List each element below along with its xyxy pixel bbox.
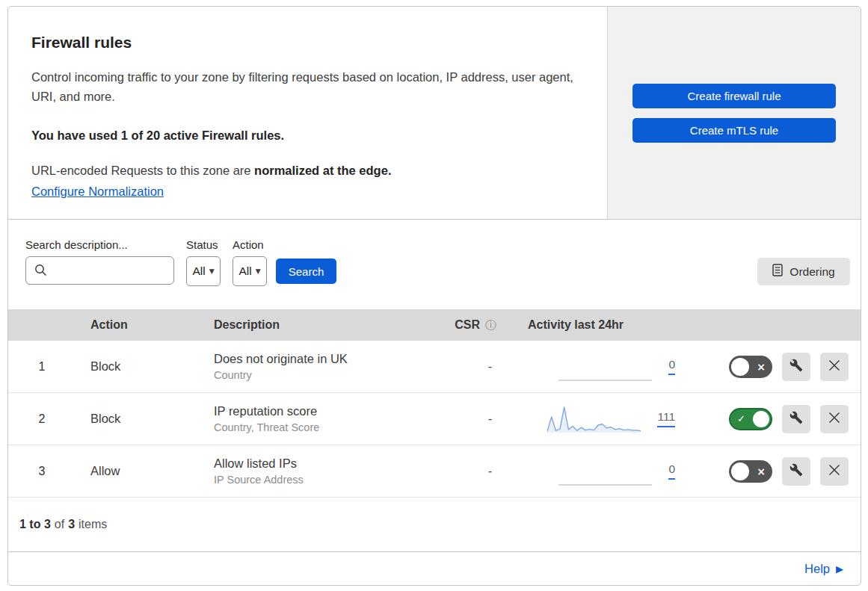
ordering-button-label: Ordering xyxy=(789,265,834,279)
close-icon xyxy=(828,412,840,426)
table-row: 1 Block Does not originate in UK Country… xyxy=(8,341,861,393)
rule-description-cell: Allow listed IPs IP Source Address xyxy=(206,457,435,486)
rule-priority: 3 xyxy=(39,465,46,478)
action-dropdown[interactable]: All ▼ xyxy=(233,256,267,286)
column-header-csr: CSR ⓘ xyxy=(455,318,502,332)
toggle-state-icon: × xyxy=(757,362,766,372)
items-label: items xyxy=(79,518,107,531)
rule-priority: 1 xyxy=(39,360,46,374)
create-mtls-rule-button[interactable]: Create mTLS rule xyxy=(632,118,836,143)
rule-activity-cell: 0 xyxy=(502,341,681,392)
pagination-summary: 1 to 3 of 3 items xyxy=(8,498,861,552)
column-header-action: Action xyxy=(76,318,206,332)
arrow-right-icon: ▶ xyxy=(836,563,843,575)
delete-rule-button[interactable] xyxy=(820,457,849,486)
rule-controls: ✓ xyxy=(681,405,861,433)
header-actions-panel: Create firewall rule Create mTLS rule xyxy=(607,7,861,219)
rule-activity-cell: 111 xyxy=(502,393,681,445)
rule-fields: Country, Threat Score xyxy=(214,421,435,433)
action-dropdown-value: All xyxy=(238,264,251,278)
rule-action: Block xyxy=(76,412,206,426)
firewall-rules-card: Firewall rules Control incoming traffic … xyxy=(7,6,861,586)
configure-normalization-link[interactable]: Configure Normalization xyxy=(31,185,164,199)
activity-sparkline xyxy=(547,404,641,434)
rule-csr-value: - xyxy=(488,360,502,374)
chevron-down-icon: ▼ xyxy=(256,267,261,275)
delete-rule-button[interactable] xyxy=(820,353,849,381)
close-icon xyxy=(828,359,840,374)
toggle-knob xyxy=(731,462,749,480)
search-button[interactable]: Search xyxy=(276,259,336,284)
chevron-down-icon: ▼ xyxy=(209,267,215,275)
status-filter-group: Status All ▼ xyxy=(186,238,221,286)
rule-csr-value: - xyxy=(488,412,502,426)
rule-description: Does not originate in UK xyxy=(214,352,435,366)
page-description: Control incoming traffic to your zone by… xyxy=(31,67,577,106)
activity-count-link[interactable]: 111 xyxy=(657,410,675,427)
status-label: Status xyxy=(186,238,221,251)
ordering-button[interactable]: Ordering xyxy=(757,258,850,285)
activity-sparkline xyxy=(558,352,652,382)
table-row: 3 Allow Allow listed IPs IP Source Addre… xyxy=(8,445,861,498)
items-total: 3 xyxy=(68,518,75,531)
status-dropdown-value: All xyxy=(192,264,205,278)
filter-bar: Search description... Status All ▼ Actio… xyxy=(8,220,861,309)
help-row: Help ▶ xyxy=(8,552,861,585)
activity-count-link[interactable]: 0 xyxy=(668,358,675,375)
rule-description: Allow listed IPs xyxy=(214,457,435,471)
toggle-knob xyxy=(753,411,769,427)
rule-activity-cell: 0 xyxy=(502,445,681,497)
csr-header-label: CSR xyxy=(455,318,480,332)
normalization-note-text: URL-encoded Requests to this zone are xyxy=(31,164,254,177)
help-link[interactable]: Help ▶ xyxy=(804,562,843,576)
toggle-state-icon: ✓ xyxy=(737,414,745,424)
rule-controls: × xyxy=(681,457,861,486)
normalization-note-bold: normalized at the edge. xyxy=(254,164,391,177)
toggle-state-icon: × xyxy=(757,466,766,477)
rule-enabled-toggle[interactable]: ✓ xyxy=(729,408,772,430)
column-header-activity: Activity last 24hr xyxy=(502,318,681,332)
search-label: Search description... xyxy=(25,238,174,251)
action-filter-group: Action All ▼ xyxy=(233,238,267,286)
rule-fields: IP Source Address xyxy=(214,474,435,486)
rule-enabled-toggle[interactable]: × xyxy=(729,356,772,378)
activity-count-link[interactable]: 0 xyxy=(668,462,675,480)
rule-description-cell: Does not originate in UK Country xyxy=(206,352,435,381)
of-label: of xyxy=(55,518,64,531)
close-icon xyxy=(828,464,840,478)
header-text-block: Firewall rules Control incoming traffic … xyxy=(8,7,607,219)
wrench-icon xyxy=(789,359,803,374)
status-dropdown[interactable]: All ▼ xyxy=(186,256,221,286)
search-group: Search description... xyxy=(25,238,174,285)
rule-csr-value: - xyxy=(488,465,502,478)
toggle-knob xyxy=(731,358,749,376)
usage-summary: You have used 1 of 20 active Firewall ru… xyxy=(31,129,577,143)
activity-sparkline xyxy=(558,457,652,486)
info-icon[interactable]: ⓘ xyxy=(485,318,496,332)
header-section: Firewall rules Control incoming traffic … xyxy=(8,7,861,220)
edit-rule-button[interactable] xyxy=(782,353,810,381)
rule-description-cell: IP reputation score Country, Threat Scor… xyxy=(206,404,435,433)
list-icon xyxy=(772,264,783,279)
column-header-description: Description xyxy=(206,318,435,332)
help-link-label: Help xyxy=(804,562,830,576)
rule-enabled-toggle[interactable]: × xyxy=(729,460,772,483)
edit-rule-button[interactable] xyxy=(782,457,810,486)
search-input[interactable] xyxy=(25,256,174,285)
rule-priority: 2 xyxy=(39,412,46,426)
action-label: Action xyxy=(233,238,267,251)
rule-description: IP reputation score xyxy=(214,404,435,418)
rule-controls: × xyxy=(681,353,861,381)
create-firewall-rule-button[interactable]: Create firewall rule xyxy=(632,84,836,108)
items-range: 1 to 3 xyxy=(19,518,51,531)
wrench-icon xyxy=(789,463,803,479)
edit-rule-button[interactable] xyxy=(782,405,810,433)
rule-action: Block xyxy=(76,359,206,374)
table-row: 2 Block IP reputation score Country, Thr… xyxy=(8,393,861,445)
search-field-wrap xyxy=(25,256,174,285)
table-header: Action Description CSR ⓘ Activity last 2… xyxy=(8,309,861,341)
delete-rule-button[interactable] xyxy=(820,405,849,433)
page-title: Firewall rules xyxy=(31,34,577,52)
wrench-icon xyxy=(789,411,803,427)
rule-action: Allow xyxy=(76,464,206,478)
